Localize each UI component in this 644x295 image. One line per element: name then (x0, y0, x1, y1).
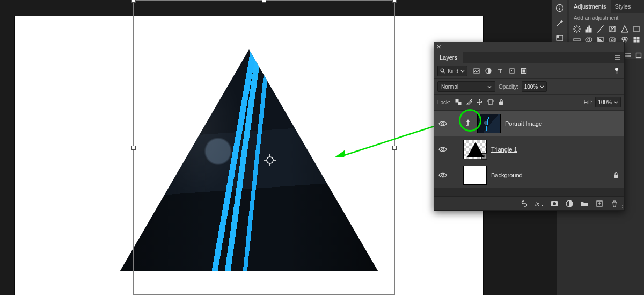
tab-styles[interactable]: Styles (611, 0, 635, 13)
filter-smart-icon[interactable] (520, 67, 528, 75)
fill-input[interactable]: 100% (595, 97, 621, 107)
layer-thumbnail[interactable] (477, 114, 501, 133)
brightness-contrast-icon[interactable] (572, 24, 582, 34)
svg-rect-24 (589, 26, 590, 32)
svg-rect-59 (523, 70, 525, 73)
wand-icon[interactable] (553, 17, 566, 29)
lock-pixels-icon[interactable] (465, 98, 473, 106)
visibility-eye-icon[interactable] (438, 119, 447, 128)
lock-all-icon[interactable] (497, 98, 505, 106)
svg-point-13 (575, 27, 579, 31)
tab-adjustments[interactable]: Adjustments (569, 0, 611, 13)
svg-point-36 (611, 39, 613, 41)
link-layers-icon[interactable] (520, 199, 529, 208)
svg-point-51 (441, 69, 444, 72)
svg-line-19 (579, 31, 580, 32)
tab-layers[interactable]: Layers (434, 52, 463, 63)
svg-rect-69 (499, 102, 503, 105)
filter-pixel-icon[interactable] (473, 67, 480, 75)
blend-mode-dropdown[interactable]: Normal (437, 81, 495, 92)
lock-label: Lock: (437, 99, 450, 105)
layer-list: Portrait Image Triangle 1 Background (434, 110, 624, 188)
svg-rect-40 (634, 37, 636, 39)
lock-artboard-icon[interactable] (487, 98, 494, 106)
layer-row-portrait[interactable]: Portrait Image (434, 110, 624, 136)
filter-shape-icon[interactable] (508, 67, 516, 75)
svg-point-70 (442, 122, 444, 125)
panel-square-icon[interactable] (634, 52, 643, 59)
opacity-value: 100% (524, 84, 538, 90)
document-canvas[interactable] (15, 16, 483, 295)
svg-rect-25 (590, 28, 591, 32)
curves-icon[interactable] (595, 24, 606, 34)
fill-value: 100% (598, 99, 612, 105)
svg-rect-23 (587, 27, 588, 32)
svg-line-21 (574, 31, 575, 32)
chevron-down-icon (460, 69, 465, 73)
opacity-input[interactable]: 100% (522, 81, 547, 92)
layer-list-empty-area[interactable] (434, 188, 624, 196)
svg-rect-22 (586, 30, 587, 32)
svg-rect-43 (637, 40, 639, 42)
panel-close-icon[interactable]: ✕ (434, 42, 624, 52)
svg-point-78 (553, 202, 556, 205)
svg-rect-64 (488, 100, 493, 104)
layer-fx-icon[interactable]: fx (535, 199, 544, 208)
adjustments-hint-label: Add an adjustment (569, 13, 644, 23)
svg-rect-41 (637, 37, 639, 39)
levels-icon[interactable] (583, 24, 594, 34)
transform-handle[interactable] (392, 0, 397, 3)
filter-adjustment-icon[interactable] (485, 67, 492, 75)
chevron-down-icon (487, 84, 492, 89)
chevron-down-icon (614, 100, 618, 104)
vibrance-icon[interactable] (619, 24, 630, 34)
lock-icon (612, 171, 620, 179)
filter-type-icon[interactable] (496, 67, 504, 75)
svg-marker-29 (621, 26, 628, 32)
svg-rect-63 (458, 102, 461, 105)
layer-name-label[interactable]: Background (491, 172, 523, 178)
lock-position-icon[interactable] (476, 98, 484, 106)
add-mask-icon[interactable] (550, 199, 559, 208)
more-adjustment-icon[interactable] (631, 24, 642, 34)
svg-rect-75 (614, 175, 618, 178)
chevron-down-icon (540, 84, 544, 89)
shape-badge-icon (481, 153, 487, 160)
filter-toggle-switch[interactable] (613, 67, 621, 75)
svg-point-61 (615, 68, 618, 71)
visibility-eye-icon[interactable] (438, 145, 447, 154)
layer-filter-kind-dropdown[interactable]: Kind (437, 66, 467, 76)
svg-rect-31 (574, 39, 580, 41)
svg-rect-47 (636, 53, 641, 58)
visibility-eye-icon[interactable] (438, 171, 447, 179)
layer-row-background[interactable]: Background (434, 162, 624, 188)
panel-resize-grip-icon[interactable] (618, 204, 623, 209)
transform-handle[interactable] (262, 0, 266, 3)
new-group-icon[interactable] (580, 199, 589, 208)
layers-panel[interactable]: ✕ Layers Kind Normal Opacity: (434, 42, 625, 211)
fill-label: Fill: (584, 99, 592, 105)
svg-rect-35 (610, 38, 615, 42)
layer-name-label[interactable]: Triangle 1 (491, 146, 517, 153)
new-adjustment-layer-icon[interactable] (565, 199, 574, 208)
lock-transparency-icon[interactable] (455, 98, 462, 106)
exposure-icon[interactable] (607, 24, 618, 34)
svg-rect-62 (456, 99, 458, 102)
layer-row-triangle[interactable]: Triangle 1 (434, 136, 624, 162)
svg-line-52 (443, 71, 445, 73)
panel-list-icon[interactable] (624, 52, 632, 59)
layers-panel-footer: fx (434, 196, 624, 210)
new-layer-icon[interactable] (595, 199, 604, 208)
info-icon[interactable] (553, 2, 566, 14)
svg-line-18 (574, 26, 575, 27)
panel-menu-icon[interactable] (611, 52, 624, 63)
svg-rect-57 (511, 70, 512, 71)
svg-point-9 (559, 6, 560, 7)
transform-handle[interactable] (131, 0, 136, 3)
svg-rect-42 (634, 40, 636, 42)
color-lookup-icon[interactable] (631, 35, 642, 45)
layer-name-label[interactable]: Portrait Image (505, 120, 542, 127)
layer-thumbnail[interactable] (463, 166, 487, 185)
layer-thumbnail[interactable] (463, 140, 487, 159)
svg-point-74 (442, 174, 444, 176)
